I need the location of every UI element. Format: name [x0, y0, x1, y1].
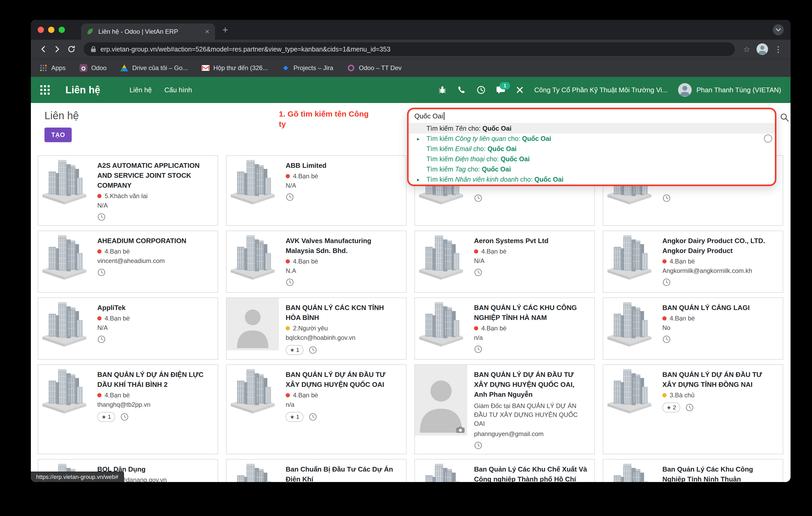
browser-menu-icon[interactable]: ⋮	[771, 45, 785, 54]
contact-card[interactable]: AHEADIUM CORPORATION 4.Bạn bè vincent@ah…	[38, 231, 218, 293]
bookmark-item[interactable]: Odoo – TT Dev	[347, 64, 402, 72]
browser-tab[interactable]: Liên hệ - Odoo | VietAn ERP ×	[81, 24, 215, 40]
activity-clock-icon[interactable]	[662, 194, 671, 202]
contact-card[interactable]: Angkor Dairy Product CO., LTD. Angkor Da…	[603, 231, 783, 293]
contact-tag: 4.Bạn bè	[474, 248, 506, 255]
tag-label: 2.Người yêu	[293, 325, 328, 332]
zoom-window-button[interactable]	[59, 27, 65, 33]
activity-clock-icon[interactable]	[474, 345, 483, 354]
contact-card[interactable]: AppliTek 4.Bạn bè N/A	[38, 298, 218, 360]
contact-card-body: Angkor Dairy Product CO., LTD. Angkor Da…	[656, 231, 783, 292]
user-name: Phan Thanh Tùng (VIETAN)	[696, 86, 781, 94]
contact-image	[415, 298, 467, 350]
gmail-icon	[201, 64, 210, 72]
kanban-grid: A2S AUTOMATIC APPLICATION AND SERVICE JO…	[38, 155, 783, 482]
contact-card-body: Aeron Systems Pvt Ltd 4.Bạn bè N/A	[467, 231, 594, 292]
activity-clock-icon[interactable]	[97, 335, 106, 343]
menu-item[interactable]: Liên hệ	[129, 86, 152, 94]
menu-item[interactable]: Cấu hình	[164, 86, 192, 94]
rating-badge[interactable]: ★1	[97, 412, 115, 422]
activity-clock-icon[interactable]	[474, 441, 483, 450]
close-window-button[interactable]	[38, 27, 44, 33]
activity-clock-icon[interactable]	[474, 268, 483, 277]
expand-caret-icon[interactable]: ▸	[417, 177, 419, 182]
new-tab-button[interactable]: +	[222, 25, 228, 35]
contact-card[interactable]: BAN QUẢN LÝ DỰ ÁN ĐẦU TƯ XÂY DỰNG HUYỆN …	[414, 364, 595, 454]
search-input[interactable]: Quốc Oai	[409, 109, 775, 123]
contact-card[interactable]: BAN QUẢN LÝ CẢNG LAGI 4.Bạn bè No	[603, 298, 783, 360]
contact-name: BAN QUẢN LÝ CẢNG LAGI	[662, 303, 750, 313]
search-suggestion[interactable]: ▸ Tìm kiếm Nhân viên kinh doanh cho: Quố…	[409, 174, 775, 185]
contact-card-body: BAN QUẢN LÝ DỰ ÁN ĐẦU TƯ XÂY DỰNG HUYỆN …	[279, 365, 406, 454]
google-apps-icon	[39, 64, 48, 72]
contact-card[interactable]: AVK Valves Manufacturing Malaysia Sdn. B…	[226, 231, 407, 293]
contact-email: No	[662, 324, 670, 331]
contact-card[interactable]: Ban Quản Lý Các Khu Công Nghiệp Tỉnh Nin…	[603, 459, 783, 482]
user-menu[interactable]: Phan Thanh Tùng (VIETAN)	[678, 83, 781, 97]
activity-clock-icon[interactable]	[120, 413, 129, 421]
contact-name: Aeron Systems Pvt Ltd	[474, 236, 549, 246]
contact-card[interactable]: BAN QUẢN LÝ DỰ ÁN ĐẦU TƯ XÂY DỰNG HUYỆN …	[226, 364, 407, 454]
contact-card[interactable]: Ban Chuẩn Bị Đầu Tư Các Dự Án Điện Khí 4…	[226, 459, 407, 482]
expand-caret-icon[interactable]: ▸	[417, 136, 419, 142]
apps-menu-icon[interactable]	[40, 85, 50, 95]
contact-card[interactable]: BAN QUẢN LÝ CÁC KHU CÔNG NGHIỆP TỈNH HÀ …	[414, 298, 595, 360]
search-suggestion-text: Tìm kiếm Công ty liên quan cho: Quốc Oai	[427, 135, 551, 143]
search-suggestion[interactable]: Tìm kiếm Tên cho: Quốc Oai	[409, 123, 775, 133]
tab-close-icon[interactable]: ×	[204, 27, 210, 36]
reload-button[interactable]	[64, 42, 79, 56]
contact-card[interactable]: ABB Limited 4.Bạn bè N/A	[226, 155, 407, 226]
contact-card-footer	[286, 193, 294, 201]
activity-clock-icon[interactable]	[662, 335, 671, 343]
app-title[interactable]: Liên hệ	[65, 85, 100, 96]
activity-clock-icon[interactable]	[686, 403, 694, 412]
tab-search-button[interactable]	[773, 24, 784, 35]
contact-card[interactable]: BAN QUẢN LÝ CÁC KCN TỈNH HÒA BÌNH 2.Ngườ…	[226, 298, 407, 360]
activity-clock-icon[interactable]	[662, 278, 671, 286]
search-suggestion[interactable]: Tìm kiếm Tag cho: Quốc Oai	[409, 164, 775, 174]
create-button[interactable]: TẠO	[45, 127, 72, 142]
contact-tag: 4.Bạn bè	[286, 258, 318, 265]
back-button[interactable]	[36, 42, 50, 56]
activity-clock-icon[interactable]	[476, 86, 486, 94]
bookmark-item[interactable]: Hộp thư đến (326...	[201, 64, 268, 72]
search-suggestion-text: Tìm kiếm Tag cho: Quốc Oai	[427, 165, 511, 173]
bookmark-item[interactable]: Drive của tôi – Go...	[120, 64, 187, 72]
activity-clock-icon[interactable]	[309, 346, 317, 354]
bookmark-star-icon[interactable]: ☆	[740, 45, 753, 54]
search-suggestion[interactable]: Tìm kiếm Điện thoại cho: Quốc Oai	[409, 154, 775, 164]
search-suggestion[interactable]: Tìm kiếm Email cho: Quốc Oai	[409, 144, 775, 154]
rating-badge[interactable]: ★2	[662, 402, 680, 413]
company-switcher[interactable]: Công Ty Cổ Phần Kỹ Thuật Môi Trường Vi..…	[534, 86, 668, 94]
activity-clock-icon[interactable]	[97, 268, 106, 277]
kanban-view: Liên hệ TẠO 1. Gõ tìm kiếm tên Công ty A…	[31, 103, 790, 482]
minimize-window-button[interactable]	[48, 27, 54, 33]
activity-clock-icon[interactable]	[286, 278, 294, 286]
tag-color-dot	[662, 393, 667, 397]
messages-icon[interactable]: 1	[496, 86, 505, 94]
address-bar[interactable]: erp.vietan-group.vn/web#action=526&model…	[84, 42, 735, 56]
bookmark-item[interactable]: Odoo	[79, 64, 107, 72]
rating-badge[interactable]: ★1	[286, 345, 303, 355]
rating-badge[interactable]: ★1	[286, 412, 303, 422]
activity-clock-icon[interactable]	[286, 193, 294, 201]
contact-card[interactable]: BAN QUẢN LÝ DỰ ÁN ĐẦU TƯ XÂY DỰNG TỈNH Đ…	[603, 364, 783, 454]
contact-card[interactable]: BAN QUẢN LÝ DỰ ÁN ĐIỆN LỰC DẦU KHÍ THÁI …	[38, 364, 218, 454]
activity-clock-icon[interactable]	[474, 194, 483, 202]
browser-profile-avatar[interactable]	[757, 43, 768, 55]
activity-clock-icon[interactable]	[97, 213, 106, 221]
contact-card[interactable]: Ban Quản Lý Các Khu Chế Xuất Và Công ngh…	[414, 459, 595, 482]
contact-card[interactable]: A2S AUTOMATIC APPLICATION AND SERVICE JO…	[38, 155, 218, 226]
bookmark-item[interactable]: Projects – Jira	[282, 64, 333, 72]
activity-clock-icon[interactable]	[309, 413, 317, 421]
message-count-badge: 1	[500, 82, 510, 89]
phone-icon[interactable]	[457, 86, 466, 94]
tab-title: Liên hệ - Odoo | VietAn ERP	[98, 28, 200, 35]
bug-icon[interactable]	[438, 86, 447, 94]
contact-card[interactable]: Aeron Systems Pvt Ltd 4.Bạn bè N/A	[414, 231, 595, 293]
bookmark-item[interactable]: Apps	[39, 64, 66, 72]
tools-icon[interactable]	[516, 86, 524, 94]
forward-button[interactable]	[50, 42, 64, 56]
search-icon[interactable]	[780, 113, 789, 122]
search-suggestion[interactable]: ▸ Tìm kiếm Công ty liên quan cho: Quốc O…	[409, 133, 775, 144]
